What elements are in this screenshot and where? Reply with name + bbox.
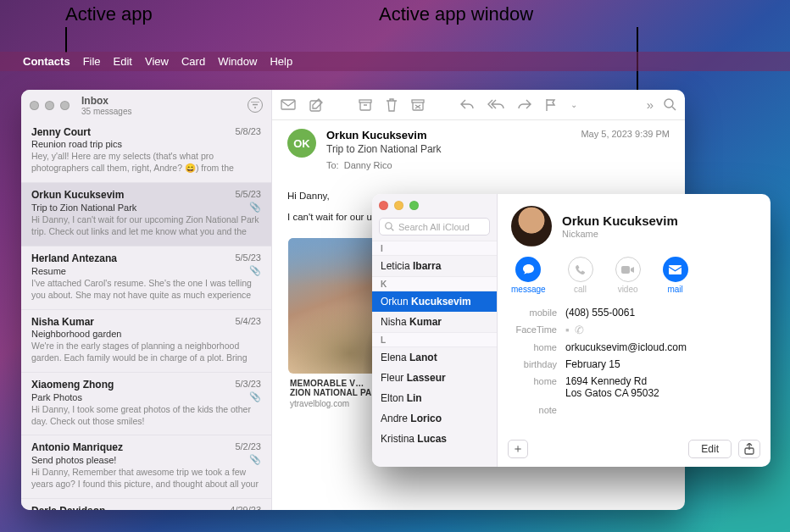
svg-rect-2 (359, 100, 371, 103)
video-button[interactable]: video (615, 257, 641, 294)
contacts-sidebar: Search All iCloud ILeticia IbarraKOrkun … (372, 194, 498, 467)
contacts-section-header: K (372, 276, 497, 291)
mail-button[interactable]: mail (663, 257, 688, 294)
callout-line (65, 27, 67, 53)
message-list-item[interactable]: Jenny Court5/8/23 Reunion road trip pics… (21, 120, 271, 183)
edit-button[interactable]: Edit (688, 440, 732, 458)
attachment-icon: 📎 (249, 391, 261, 402)
message-date: May 5, 2023 9:39 PM (581, 129, 670, 170)
contacts-list-item[interactable]: Fleur Lasseur (372, 368, 497, 388)
field-value-home-email[interactable]: orkucuksevim@icloud.com (565, 341, 687, 353)
contact-nickname: Nickame (562, 229, 678, 239)
message-list-item[interactable]: Xiaomeng Zhong5/3/23 Park Photos📎 Hi Dan… (21, 373, 271, 435)
menu-edit[interactable]: Edit (114, 55, 132, 68)
message-button[interactable]: message (511, 257, 546, 294)
field-value-mobile[interactable]: (408) 555-0061 (565, 307, 635, 319)
flag-icon[interactable] (545, 98, 557, 112)
svg-point-5 (386, 223, 392, 229)
field-label-home-addr: home (511, 375, 565, 386)
call-button[interactable]: call (568, 257, 593, 294)
message-list-item[interactable]: Orkun Kucuksevim5/5/23 Trip to Zion Nati… (21, 183, 271, 247)
contact-avatar[interactable] (511, 206, 552, 247)
reply-all-icon[interactable] (487, 99, 504, 110)
contacts-list-item[interactable]: Orkun Kucuksevim (372, 291, 497, 312)
svg-rect-6 (621, 266, 630, 274)
close-icon[interactable] (379, 201, 388, 210)
contacts-window: Search All iCloud ILeticia IbarraKOrkun … (372, 194, 771, 467)
attachment-icon: 📎 (249, 202, 261, 213)
filter-icon[interactable] (248, 97, 263, 113)
zoom-icon[interactable] (60, 101, 70, 110)
contacts-list-item[interactable]: Leticia Ibarra (372, 256, 497, 276)
field-label-note: note (511, 404, 565, 415)
svg-rect-0 (281, 100, 295, 109)
attachment-icon: 📎 (249, 265, 261, 276)
message-from[interactable]: Orkun Kucuksevim (326, 129, 581, 141)
callout-active-app: Active app (65, 3, 153, 25)
forward-icon[interactable] (518, 99, 531, 110)
contacts-list-item[interactable]: Kristina Lucas (372, 429, 497, 449)
mail-sidebar: Inbox 35 messages Jenny Court5/8/23 Reun… (21, 90, 272, 510)
message-to[interactable]: Danny Rico (344, 160, 392, 170)
contact-fields: mobile(408) 555-0061 FaceTime▪ ✆ homeork… (498, 302, 771, 418)
menu-file[interactable]: File (83, 55, 101, 68)
field-value-home-addr[interactable]: 1694 Kennedy RdLos Gatos CA 95032 (565, 375, 659, 399)
chevron-down-icon[interactable]: ⌄ (570, 100, 577, 109)
contact-actions: message call video mail (498, 253, 771, 302)
field-label-facetime: FaceTime (511, 324, 565, 335)
junk-icon[interactable] (411, 99, 425, 111)
compose-icon[interactable] (309, 98, 323, 112)
facetime-audio-icon[interactable]: ✆ (575, 324, 587, 336)
menu-card[interactable]: Card (181, 55, 205, 68)
field-label-mobile: mobile (511, 307, 565, 318)
contacts-list[interactable]: ILeticia IbarraKOrkun KucuksevimNisha Ku… (372, 241, 497, 467)
contacts-section-header: L (372, 332, 497, 347)
contacts-section-header: I (372, 241, 497, 256)
traffic-lights (379, 201, 419, 210)
traffic-lights-inactive[interactable] (30, 101, 70, 110)
contacts-list-item[interactable]: Elton Lin (372, 388, 497, 408)
search-placeholder: Search All iCloud (398, 222, 484, 232)
message-list-item[interactable]: Nisha Kumar5/4/23 Neighborhood garden We… (21, 310, 271, 373)
inbox-title: Inbox (81, 95, 241, 107)
contacts-titlebar (372, 194, 497, 216)
reply-icon[interactable] (460, 99, 474, 110)
menubar: Contacts File Edit View Card Window Help (0, 52, 790, 71)
menu-window[interactable]: Window (218, 55, 257, 68)
message-list-item[interactable]: Antonio Manriquez5/2/23 Send photos plea… (21, 435, 271, 499)
zoom-icon[interactable] (409, 201, 419, 210)
contact-card: Orkun Kucuksevim Nickame message call vi… (498, 194, 771, 467)
add-field-button[interactable]: ＋ (508, 440, 528, 458)
minimize-icon[interactable] (45, 101, 54, 110)
facetime-video-icon[interactable]: ▪ (565, 324, 572, 336)
field-value-birthday: February 15 (565, 358, 620, 370)
contact-name: Orkun Kucuksevim (562, 213, 678, 228)
contacts-search-input[interactable]: Search All iCloud (379, 218, 490, 236)
contacts-list-item[interactable]: Andre Lorico (372, 408, 497, 429)
svg-point-4 (665, 99, 673, 108)
message-subject: Trip to Zion National Park (326, 143, 581, 155)
message-list[interactable]: Jenny Court5/8/23 Reunion road trip pics… (21, 120, 271, 510)
trash-icon[interactable] (386, 98, 398, 112)
inbox-count: 35 messages (81, 107, 241, 116)
minimize-icon[interactable] (394, 201, 403, 210)
field-label-home-email: home (511, 341, 565, 352)
search-icon[interactable] (664, 98, 676, 111)
to-label: To: (326, 160, 339, 170)
sender-avatar[interactable]: OK (287, 129, 316, 158)
envelope-icon[interactable] (281, 99, 296, 110)
menubar-app[interactable]: Contacts (23, 55, 70, 68)
mail-sidebar-header: Inbox 35 messages (21, 90, 271, 120)
menu-view[interactable]: View (145, 55, 169, 68)
more-icon[interactable]: » (647, 97, 654, 112)
contacts-list-item[interactable]: Elena Lanot (372, 347, 497, 368)
close-icon[interactable] (30, 101, 39, 110)
contacts-list-item[interactable]: Nisha Kumar (372, 312, 497, 332)
menu-help[interactable]: Help (270, 55, 292, 68)
share-button[interactable] (738, 440, 760, 458)
callout-active-window: Active app window (379, 3, 533, 25)
search-icon (385, 222, 394, 231)
message-list-item[interactable]: Herland Antezana5/5/23 Resume📎 I've atta… (21, 247, 271, 310)
archive-icon[interactable] (359, 99, 372, 111)
message-list-item[interactable]: Darla Davidson4/29/23 The best vacation📎… (21, 499, 271, 510)
